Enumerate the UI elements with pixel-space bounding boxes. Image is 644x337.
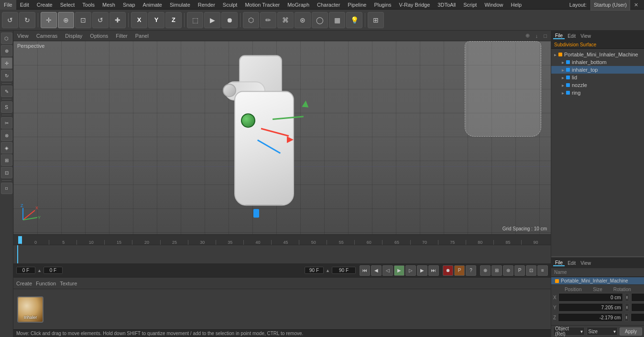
left-paint-tool[interactable]: ✎ [1,86,12,97]
menu-script[interactable]: Script [459,0,480,10]
viewport-maximize[interactable]: □ [542,33,549,39]
poly-tool[interactable]: ⬡ [243,12,259,28]
viewport[interactable]: X Y Z Perspective Grid Spacing : 10 cm [13,41,551,234]
layout-close-icon[interactable]: ✕ [632,0,640,10]
coord-pos-x[interactable] [558,293,623,302]
tab-options[interactable]: Options [88,33,110,39]
menu-window[interactable]: Window [480,0,507,10]
y-axis-btn[interactable]: Y [148,12,164,28]
z-axis-btn[interactable]: Z [165,12,182,28]
menu-animate[interactable]: Animate [139,0,166,10]
attr-tab-edit[interactable]: Edit [566,261,578,266]
viewport-icon-1[interactable]: ⊕ [524,33,532,39]
menu-edit[interactable]: Edit [16,0,33,10]
menu-render[interactable]: Render [194,0,219,10]
tab-view[interactable]: View [15,33,31,39]
menu-help[interactable]: Help [507,0,526,10]
menu-plugins[interactable]: Plugins [370,0,395,10]
prev-btn[interactable]: ◁ [382,265,393,276]
left-knife-tool[interactable]: ✂ [1,117,12,129]
menu-tools[interactable]: Tools [78,0,98,10]
coord-pos-z[interactable] [558,313,622,322]
tab-display[interactable]: Display [63,33,84,39]
record-pos-btn[interactable]: P [454,265,465,276]
undo-button[interactable]: ↺ [2,12,18,28]
playback-end-display[interactable]: 90 F [305,267,324,274]
menu-create[interactable]: Create [33,0,56,10]
tab-panel[interactable]: Panel [133,33,151,39]
left-sel-tool[interactable]: ⊕ [1,45,12,56]
end-frame-display[interactable]: 90 F [332,267,356,274]
timeline-ruler[interactable]: 0 5 10 15 20 25 30 35 40 45 50 55 60 65 [13,235,551,245]
render-active-view[interactable]: ▶ [204,12,220,28]
attr-tab-file[interactable]: File [553,260,565,266]
playback-start-display[interactable]: 0 F [44,267,63,274]
coord-size-z[interactable] [631,313,644,322]
render-tool[interactable]: ⏺ [221,12,238,28]
coord-pos-y[interactable] [558,303,623,312]
layout-value[interactable]: Startup (User) [590,0,630,11]
left-bevel-tool[interactable]: ◈ [1,142,12,153]
menu-3dtoall[interactable]: 3DToAll [434,0,459,10]
left-bridge-tool[interactable]: ⊡ [1,167,12,178]
redo-button[interactable]: ↻ [19,12,35,28]
next-frame-btn[interactable]: ▶ [417,265,427,276]
size-mode-select[interactable]: Size ▾ [587,327,618,336]
spline-tool[interactable]: ✏ [260,12,276,28]
add-object-tool[interactable]: ✚ [109,12,126,28]
menu-mesh[interactable]: Mesh [98,0,119,10]
inhaler-model[interactable] [225,55,320,227]
attr-tab-view[interactable]: View [579,261,593,266]
menu-motion-tracker[interactable]: Motion Tracker [241,0,284,10]
tree-item-nozzle[interactable]: ▸ nozzle [551,81,644,89]
tab-cameras[interactable]: Cameras [34,33,60,39]
coord-spinner-pos-y[interactable]: ⬍ [625,303,629,312]
viewport-icon-2[interactable]: ↓ [534,33,540,39]
left-obj-tool[interactable]: ⬡ [1,33,12,44]
rotate-tool[interactable]: ↺ [92,12,109,28]
mode-btn-1[interactable]: ⊕ [480,265,491,276]
goto-end-btn[interactable]: ⏭ [428,265,439,276]
play-btn[interactable]: ▶ [394,265,404,276]
left-move-tool[interactable]: ✛ [1,57,12,69]
menu-pipeline[interactable]: Pipeline [344,0,370,10]
left-weld-tool[interactable]: ⊗ [1,130,12,141]
left-uvw-tool[interactable]: ⌑ [1,183,12,194]
cursor-tool[interactable]: ✛ [41,12,57,28]
tree-item-inhaler-bottom[interactable]: ▸ inhaler_bottom [551,58,644,66]
mode-btn-5[interactable]: ⊡ [526,265,536,276]
coord-spinner-pos-x[interactable]: ⬍ [625,293,629,302]
mode-btn-3[interactable]: ⊛ [503,265,513,276]
current-frame-display[interactable]: 0 F [16,267,35,274]
tab-file[interactable]: File [553,33,565,39]
timeline-track[interactable] [13,245,551,263]
coord-size-y[interactable] [631,303,644,312]
tree-item-ring[interactable]: ▸ ring [551,89,644,97]
mode-btn-6[interactable]: ≡ [537,265,548,276]
tab-filter[interactable]: Filter [114,33,129,39]
tab-edit[interactable]: Edit [566,33,578,39]
left-magnet-tool[interactable]: S [1,101,12,113]
menu-mograph[interactable]: MoGraph [284,0,313,10]
mode-btn-4[interactable]: P [514,265,525,276]
tree-item-root[interactable]: ▸ Portable_Mini_Inhaler_Machine [551,51,644,58]
menu-snap[interactable]: Snap [119,0,139,10]
left-rotate-tool[interactable]: ↻ [1,70,12,81]
menu-character[interactable]: Character [313,0,344,10]
menu-vray-bridge[interactable]: V-Ray Bridge [395,0,434,10]
record-btn[interactable]: ⏺ [443,265,453,276]
menu-file[interactable]: File [0,0,16,10]
scale-tool[interactable]: ⊡ [75,12,91,28]
object-mode-select[interactable]: Object (Rel) ▾ [553,327,585,336]
tree-item-inhaler-top[interactable]: ▸ inhaler_top [551,66,644,74]
apply-button[interactable]: Apply [620,327,642,336]
tab-view[interactable]: View [579,33,593,39]
prev-frame-btn[interactable]: ◀ [371,265,382,276]
camera-tool[interactable]: ▦ [329,12,345,28]
mode-btn-2[interactable]: ⊞ [491,265,502,276]
viewport-btn[interactable]: ⊞ [368,12,384,28]
nurbs-tool[interactable]: ⌘ [277,12,294,28]
menu-simulate[interactable]: Simulate [166,0,194,10]
render-region-tool[interactable]: ⬚ [187,12,203,28]
coord-size-x[interactable] [631,293,644,302]
